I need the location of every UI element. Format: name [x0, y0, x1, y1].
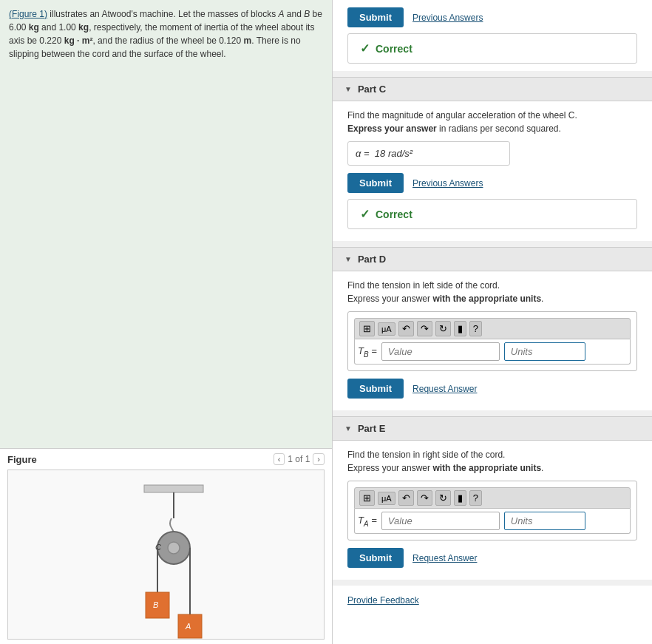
part-c-title: Part C [358, 84, 386, 95]
part-e-input-box: ⊞ μA ↶ ↷ ↻ [347, 481, 637, 540]
part-d-redo-btn[interactable]: ↷ [417, 321, 432, 336]
part-b-prev-answers-link[interactable]: Previous Answers [412, 13, 483, 23]
question-icon-e: ? [473, 492, 478, 504]
part-c-section: ▼ Part C Find the magnitude of angular a… [333, 77, 652, 241]
figure-title: Figure [7, 454, 37, 465]
part-d-dash-btn[interactable]: ▮ [454, 321, 466, 336]
redo-icon: ↷ [421, 323, 429, 334]
part-c-prev-answers-link[interactable]: Previous Answers [412, 178, 483, 189]
part-e-value-input[interactable] [381, 512, 500, 530]
figure-scroll: C B A [7, 470, 325, 640]
part-b-correct-text: Correct [376, 43, 412, 55]
part-d-content: Find the tension in left side of the cor… [333, 271, 652, 410]
part-e-description: Find the tension in right side of the co… [347, 450, 637, 460]
part-c-description: Find the magnitude of angular accelerati… [347, 110, 637, 121]
part-b-correct-box: ✓ Correct [347, 33, 637, 64]
part-d-help-btn[interactable]: ? [469, 321, 482, 336]
part-e-header: ▼ Part E [333, 416, 652, 441]
svg-text:A: A [185, 622, 191, 631]
part-c-correct-text: Correct [376, 209, 412, 220]
part-c-header: ▼ Part C [333, 77, 652, 101]
part-d-grid-btn[interactable]: ⊞ [359, 321, 375, 336]
part-e-title: Part E [358, 423, 386, 434]
part-b-submit-btn[interactable]: Submit [347, 7, 404, 27]
part-d-answer-label: TB = [358, 345, 377, 359]
svg-point-3 [168, 542, 180, 554]
refresh-icon-e: ↻ [439, 492, 447, 504]
feedback-section: Provide Feedback [333, 586, 652, 614]
question-icon: ? [473, 323, 478, 334]
part-d-input-box: ⊞ μA ↶ ↷ ↻ [347, 311, 637, 371]
part-d-input-area: TB = [354, 339, 631, 365]
part-e-content: Find the tension in right side of the co… [333, 441, 652, 580]
refresh-icon: ↻ [439, 323, 447, 334]
part-c-correct-check: ✓ [360, 207, 370, 221]
part-e-help-btn[interactable]: ? [469, 490, 482, 506]
pulley-diagram: C B A [100, 478, 233, 640]
part-d-header: ▼ Part D [333, 247, 652, 271]
problem-text: (Figure 1) illustrates an Atwood's machi… [9, 7, 323, 61]
part-e-undo-btn[interactable]: ↶ [398, 490, 414, 506]
part-d-triangle[interactable]: ▼ [344, 255, 352, 263]
svg-rect-0 [144, 485, 203, 492]
part-c-submit-btn[interactable]: Submit [347, 173, 404, 193]
figure-section: Figure ‹ 1 of 1 › [0, 448, 332, 644]
part-e-toolbar: ⊞ μA ↶ ↷ ↻ [354, 487, 631, 509]
figure-prev-btn[interactable]: ‹ [274, 453, 285, 465]
part-e-submit-row: Submit Request Answer [347, 548, 637, 568]
left-panel: (Figure 1) illustrates an Atwood's machi… [0, 0, 333, 644]
part-c-triangle[interactable]: ▼ [344, 85, 352, 93]
part-e-redo-btn[interactable]: ↷ [417, 490, 432, 506]
redo-icon-e: ↷ [421, 492, 429, 504]
part-e-grid-btn[interactable]: ⊞ [359, 490, 375, 506]
part-c-instruction: Express your answer in radians per secon… [347, 123, 637, 134]
figure-nav-count: 1 of 1 [288, 454, 310, 464]
part-e-submit-btn[interactable]: Submit [347, 548, 404, 568]
part-d-ua-btn[interactable]: μA [378, 322, 395, 336]
part-d-submit-row: Submit Request Answer [347, 379, 637, 399]
part-d-value-input[interactable] [381, 342, 500, 361]
figure-link[interactable]: (Figure 1) [9, 9, 47, 19]
provide-feedback-link[interactable]: Provide Feedback [347, 595, 419, 606]
part-c-answer-label: α = [356, 148, 372, 159]
part-b-result: Submit Previous Answers ✓ Correct [333, 0, 652, 71]
part-d-section: ▼ Part D Find the tension in left side o… [333, 247, 652, 410]
figure-next-btn[interactable]: › [313, 453, 325, 465]
part-d-refresh-btn[interactable]: ↻ [435, 321, 451, 336]
part-e-instruction: Express your answer with the appropriate… [347, 463, 637, 473]
grid-icon-e: ⊞ [363, 492, 371, 504]
part-e-answer-label: TA = [358, 515, 377, 528]
part-c-correct-box: ✓ Correct [347, 199, 637, 229]
part-e-section: ▼ Part E Find the tension in right side … [333, 416, 652, 580]
dash-icon: ▮ [458, 323, 463, 334]
part-c-content: Find the magnitude of angular accelerati… [333, 101, 652, 241]
part-d-title: Part D [358, 254, 386, 265]
part-e-dash-btn[interactable]: ▮ [454, 490, 466, 506]
undo-icon: ↶ [402, 323, 410, 334]
part-d-units-input[interactable] [504, 342, 585, 361]
part-e-input-area: TA = [354, 509, 631, 534]
figure-header: Figure ‹ 1 of 1 › [7, 453, 325, 465]
problem-statement: illustrates an Atwood's machine. Let the… [9, 9, 322, 59]
svg-text:B: B [153, 600, 158, 609]
part-d-toolbar: ⊞ μA ↶ ↷ ↻ [354, 318, 631, 339]
part-c-answer-value: 18 rad/s² [375, 148, 412, 159]
figure-nav: ‹ 1 of 1 › [274, 453, 325, 465]
part-e-refresh-btn[interactable]: ↻ [435, 490, 451, 506]
part-e-triangle[interactable]: ▼ [344, 424, 352, 433]
dash-icon-e: ▮ [458, 492, 463, 504]
part-e-request-answer-link[interactable]: Request Answer [412, 553, 477, 563]
part-b-correct-check: ✓ [360, 41, 370, 55]
right-panel: Submit Previous Answers ✓ Correct ▼ Part… [333, 0, 652, 644]
undo-icon-e: ↶ [402, 492, 410, 504]
part-d-description: Find the tension in left side of the cor… [347, 280, 637, 291]
part-e-ua-btn[interactable]: μA [378, 492, 395, 505]
part-e-units-input[interactable] [504, 512, 585, 530]
ua-icon: μA [381, 325, 392, 333]
ua-icon-e: μA [381, 494, 392, 503]
part-d-request-answer-link[interactable]: Request Answer [412, 384, 477, 394]
part-d-undo-btn[interactable]: ↶ [398, 321, 414, 336]
grid-icon: ⊞ [363, 323, 371, 334]
part-d-submit-btn[interactable]: Submit [347, 379, 404, 399]
part-d-instruction: Express your answer with the appropriate… [347, 294, 637, 304]
